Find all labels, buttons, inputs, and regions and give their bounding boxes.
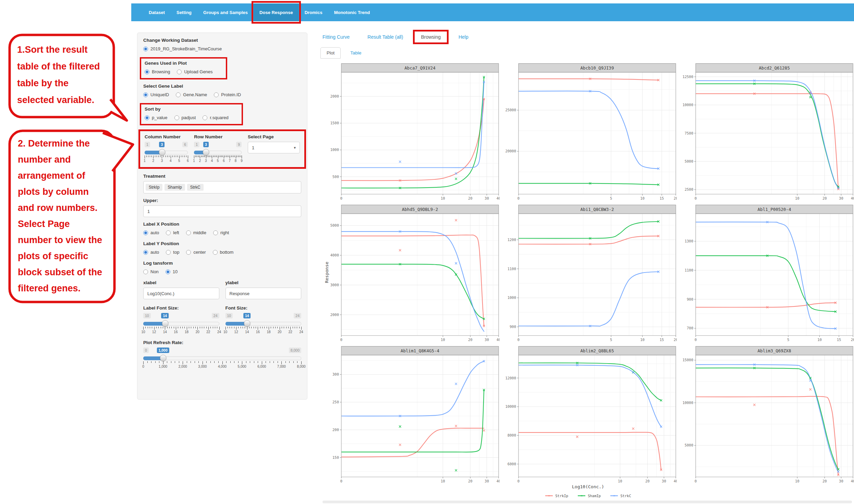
- radio-option-10[interactable]: 10: [166, 268, 178, 276]
- tab-fitting-curve[interactable]: Fitting Curve: [322, 34, 350, 40]
- radio-selected-icon[interactable]: [143, 92, 148, 97]
- plot-refresh-rate-slider[interactable]: 01,0008,00001,0002,0003,0004,0005,0006,0…: [143, 348, 301, 369]
- label-y-radio-group: autotopcenterbottom: [143, 249, 301, 256]
- nav-item-dose-response[interactable]: Dose Response: [254, 3, 299, 21]
- tab-plot[interactable]: Plot: [320, 47, 341, 59]
- label-font-size-slider[interactable]: 1014241012141618202224: [143, 313, 219, 335]
- svg-text:20: 20: [468, 479, 473, 483]
- plot-Abca7_Q91V24[interactable]: Abca7_Q91V24010203040500100015002000: [322, 63, 500, 202]
- horizontal-scrollbar[interactable]: [322, 501, 852, 503]
- column-number-slider[interactable]: 136123456: [145, 142, 188, 163]
- slider-handle[interactable]: [244, 320, 251, 327]
- radio-option-2019-rg-strokebrain-timecourse[interactable]: 2019_RG_StrokeBrain_TimeCourse: [143, 45, 222, 53]
- slider-track[interactable]: [145, 151, 188, 154]
- nav-item-monotonic-trend[interactable]: Monotonic Trend: [328, 3, 376, 21]
- radio-unselected-icon[interactable]: [166, 230, 171, 235]
- plot-Ablim3_Q69ZX8[interactable]: Ablim3_Q69ZX801020304050001000015000: [677, 346, 854, 485]
- radio-option-non[interactable]: Non: [143, 268, 159, 276]
- svg-text:0: 0: [340, 338, 342, 342]
- radio-unselected-icon[interactable]: [214, 92, 219, 97]
- svg-text:20: 20: [468, 338, 473, 342]
- radio-selected-icon[interactable]: [143, 250, 148, 255]
- red-annotation-box-sort: Sort by p_valuepadjustr.squared: [140, 103, 243, 125]
- radio-option-left[interactable]: left: [166, 229, 179, 237]
- plot-title: Abi1_Q8CBW3-2: [581, 207, 614, 212]
- tab-help[interactable]: Help: [459, 34, 468, 40]
- svg-text:30: 30: [662, 479, 666, 483]
- slider-track[interactable]: [194, 151, 242, 154]
- radio-option-protein-id[interactable]: Protein.ID: [214, 91, 241, 99]
- result-tabs: Fitting CurveResult Table (all)BrowsingH…: [322, 34, 468, 40]
- radio-option-middle[interactable]: middle: [186, 229, 206, 237]
- svg-text:8000: 8000: [508, 433, 516, 437]
- plot-Ablim1_Q8K4G5-4[interactable]: Ablim1_Q8K4G5-4010203040150200250300: [322, 346, 500, 485]
- legend-item-strkc[interactable]: StrkC: [610, 494, 631, 498]
- legend-item-strkip[interactable]: StrkIp: [545, 494, 568, 498]
- slider-handle[interactable]: [159, 149, 165, 155]
- radio-option-auto[interactable]: auto: [143, 229, 159, 237]
- radio-selected-icon[interactable]: [166, 269, 170, 274]
- plot-Abi1_Q8CBW3-2[interactable]: Abi1_Q8CBW3-205101520900100011001200: [500, 205, 677, 343]
- plot-Abcd2_Q61285[interactable]: Abcd2_Q612850102030402500500075001000012…: [677, 63, 854, 202]
- slider-handle[interactable]: [162, 320, 168, 327]
- slider-handle[interactable]: [203, 149, 209, 155]
- legend-item-shamip[interactable]: ShamIp: [578, 494, 601, 498]
- svg-text:3000: 3000: [330, 283, 339, 287]
- radio-selected-icon[interactable]: [143, 230, 148, 235]
- treatment-input[interactable]: StrkIpShamIpStrkC: [143, 181, 301, 193]
- radio-option-r-squared[interactable]: r.squared: [203, 114, 228, 122]
- plot-Ablim2_Q8BL65[interactable]: Ablim2_Q8BL65010203040600080001000012000: [500, 346, 677, 485]
- svg-text:10000: 10000: [505, 404, 516, 408]
- radio-option-padjust[interactable]: padjust: [174, 114, 196, 122]
- radio-option-browsing[interactable]: Browsing: [145, 68, 170, 76]
- radio-option-auto[interactable]: auto: [143, 249, 159, 256]
- radio-option-p-value[interactable]: p_value: [145, 114, 168, 122]
- radio-unselected-icon[interactable]: [166, 250, 171, 255]
- treatment-tag[interactable]: StrkC: [187, 184, 204, 191]
- select-page-dropdown[interactable]: 1 ▾: [248, 142, 300, 153]
- treatment-tag[interactable]: StrkIp: [146, 184, 162, 191]
- plot-Abhd5_Q9DBL9-2[interactable]: Abhd5_Q9DBL9-20102030402000300040005000: [322, 205, 500, 343]
- radio-option-bottom[interactable]: bottom: [213, 249, 234, 256]
- ylabel-input[interactable]: [225, 288, 302, 299]
- tab-table[interactable]: Table: [350, 50, 361, 55]
- radio-unselected-icon[interactable]: [213, 250, 218, 255]
- nav-item-groups-and-samples[interactable]: Groups and Samples: [197, 3, 254, 21]
- nav-item-setting[interactable]: Setting: [171, 3, 197, 21]
- radio-unselected-icon[interactable]: [174, 115, 179, 120]
- radio-unselected-icon[interactable]: [143, 269, 148, 274]
- radio-option-right[interactable]: right: [213, 229, 229, 237]
- radio-option-gene-name[interactable]: Gene.Name: [176, 91, 207, 99]
- plot-Abcb10_Q9JI39[interactable]: Abcb10_Q9JI39051015202000025000: [500, 63, 677, 202]
- slider-track[interactable]: [143, 356, 301, 360]
- radio-option-label: middle: [193, 229, 206, 237]
- row-number-slider[interactable]: 139123456789: [194, 142, 242, 163]
- tab-result-table-all-[interactable]: Result Table (all): [367, 34, 403, 40]
- radio-option-center[interactable]: center: [186, 249, 206, 256]
- radio-unselected-icon[interactable]: [176, 92, 181, 97]
- radio-option-uniqueid[interactable]: UniqueID: [143, 91, 169, 99]
- radio-unselected-icon[interactable]: [186, 230, 191, 235]
- tab-browsing[interactable]: Browsing: [421, 34, 441, 40]
- xlabel-input[interactable]: [143, 288, 219, 299]
- radio-selected-icon[interactable]: [145, 70, 149, 74]
- radio-option-top[interactable]: top: [166, 249, 179, 256]
- slider-track[interactable]: [225, 322, 302, 326]
- slider-track[interactable]: [143, 322, 219, 326]
- annotation-text-line: plots of specific: [18, 251, 88, 261]
- slider-handle[interactable]: [160, 355, 167, 361]
- radio-selected-icon[interactable]: [143, 47, 148, 51]
- font-size-slider[interactable]: 1014241012141618202224: [225, 313, 302, 335]
- radio-unselected-icon[interactable]: [186, 250, 191, 255]
- radio-unselected-icon[interactable]: [213, 230, 218, 235]
- upper-input[interactable]: [143, 205, 301, 217]
- radio-selected-icon[interactable]: [145, 115, 149, 120]
- nav-item-dataset[interactable]: Dataset: [143, 3, 171, 21]
- radio-unselected-icon[interactable]: [177, 70, 182, 74]
- radio-option-label: Gene.Name: [183, 91, 207, 99]
- radio-unselected-icon[interactable]: [203, 115, 207, 120]
- treatment-tag[interactable]: ShamIp: [164, 184, 185, 191]
- radio-option-upload-genes[interactable]: Upload Genes: [177, 68, 212, 76]
- nav-item-dromics[interactable]: Dromics: [299, 3, 328, 21]
- plot-Abl1_P00520-4[interactable]: Abl1_P00520-40510152070090011001300: [677, 205, 854, 343]
